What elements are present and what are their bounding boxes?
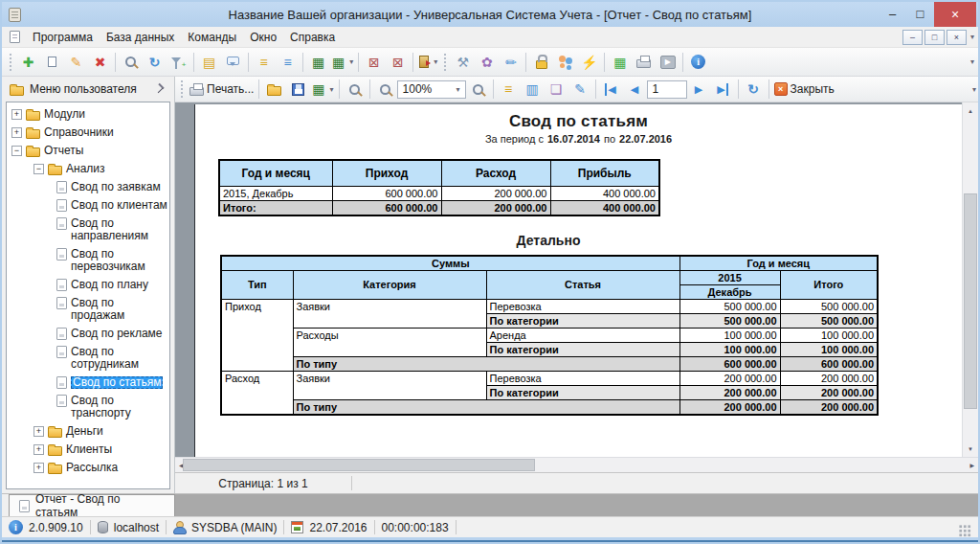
mdi-restore-button[interactable]: □ — [924, 30, 945, 45]
export-options-button[interactable]: ▦▾ — [330, 51, 355, 74]
toolbar-grip[interactable] — [180, 79, 185, 99]
edit-page-button[interactable]: ✎ — [568, 78, 592, 101]
document-icon — [56, 328, 67, 340]
tree-item-svod-po-sotrudnikam[interactable]: Свод по сотрудникам — [7, 343, 169, 374]
first-page-button[interactable]: ◀ — [599, 78, 623, 101]
edit-button[interactable]: ✎ — [64, 51, 88, 74]
prev-page-button[interactable]: ◀ — [623, 78, 647, 101]
horizontal-scrollbar[interactable]: ◀ ▶ — [175, 457, 978, 472]
help-button[interactable]: i — [686, 51, 710, 74]
menu-database[interactable]: База данных — [100, 29, 181, 46]
next-page-button[interactable]: ▶ — [687, 78, 711, 101]
mdi-minimize-button[interactable]: – — [902, 30, 923, 45]
tree-item-svod-po-perevozchikam[interactable]: Свод по перевозчикам — [7, 245, 169, 276]
refresh-report-button[interactable]: ↻ — [742, 78, 766, 101]
toolbar-grip[interactable] — [443, 53, 448, 72]
scroll-right-icon[interactable]: ▶ — [969, 462, 974, 468]
field-chooser-button[interactable]: ▤ — [197, 51, 221, 74]
tree-item-svod-po-prodazham[interactable]: Свод по продажам — [7, 294, 169, 325]
exit-button[interactable]: ▾ — [416, 51, 440, 74]
horizontal-scroll-thumb[interactable] — [183, 459, 535, 471]
tree-item-svod-po-klientam[interactable]: Свод по клиентам — [7, 196, 169, 215]
filter-button[interactable]: + — [167, 51, 190, 74]
tree-item-otchety[interactable]: −Отчеты — [7, 142, 169, 160]
tree-item-klienty[interactable]: +Клиенты — [7, 441, 169, 459]
report-structure-button[interactable]: ≡ — [497, 78, 521, 101]
tree-item-analiz[interactable]: −Анализ — [7, 160, 169, 178]
scroll-up-icon[interactable]: ▲ — [963, 103, 978, 118]
pin-icon[interactable] — [156, 83, 167, 96]
security-button[interactable] — [529, 51, 553, 74]
tree-item-svod-po-napravleniyam[interactable]: Свод по направлениям — [7, 215, 169, 245]
delete-button[interactable]: ✖ — [88, 51, 112, 74]
expander-icon[interactable]: − — [11, 146, 22, 156]
vertical-scrollbar[interactable]: ▲ ▼ — [962, 102, 978, 457]
tree-item-svod-po-reklame[interactable]: Свод по рекламе — [7, 325, 169, 343]
expander-icon[interactable]: + — [11, 109, 22, 120]
preview-button[interactable] — [343, 78, 367, 101]
collapse-groups-button[interactable]: ≡ — [276, 51, 300, 74]
zoom-value: 100% — [403, 82, 433, 96]
report-thumbnails-button[interactable]: ❏ — [545, 78, 568, 101]
mdi-close-button[interactable]: × — [947, 30, 967, 45]
menubar-overflow-icon[interactable]: ▾ — [970, 33, 974, 41]
tree-item-dengi[interactable]: +Деньги — [7, 422, 169, 441]
video-button[interactable]: ▶ — [656, 51, 679, 74]
menu-help[interactable]: Справка — [283, 29, 342, 46]
design-button[interactable]: ✿ — [475, 51, 499, 74]
scroll-down-icon[interactable]: ▼ — [963, 442, 978, 456]
toolbar-overflow-icon[interactable]: ▾ — [972, 85, 976, 94]
notes-button[interactable]: ✏ — [499, 51, 523, 74]
expand-groups-button[interactable]: ≡ — [252, 51, 276, 74]
add-button[interactable]: ✚ — [16, 51, 40, 74]
export-report-button[interactable]: ▦▾ — [310, 78, 335, 101]
maximize-button[interactable]: □ — [906, 2, 934, 25]
copy-button[interactable] — [40, 51, 64, 74]
users-button[interactable] — [553, 51, 577, 74]
expander-icon[interactable]: + — [11, 127, 22, 138]
refresh-button[interactable]: ↻ — [143, 51, 167, 74]
connection-button[interactable]: ⚡ — [577, 51, 601, 74]
print-report-button[interactable]: Печать... — [188, 78, 256, 101]
report-layout-button[interactable]: ▥ — [521, 78, 545, 101]
zoom-out-button[interactable] — [466, 78, 490, 101]
menu-commands[interactable]: Команды — [181, 29, 243, 46]
close-button[interactable]: × — [934, 2, 976, 27]
expander-icon[interactable]: + — [33, 426, 44, 437]
close-window-button[interactable]: ⊠ — [362, 51, 386, 74]
tree-item-svod-po-zayavkam[interactable]: Свод по заявкам — [7, 178, 169, 196]
tab-report-svod-po-statyam[interactable]: Отчет - Свод по статьям — [9, 494, 175, 516]
expander-icon[interactable]: + — [33, 444, 44, 455]
zoom-in-button[interactable] — [373, 78, 397, 101]
tree-item-moduli[interactable]: +Модули — [7, 105, 169, 124]
expander-icon[interactable]: − — [33, 164, 44, 174]
toolbar-grip[interactable] — [9, 53, 13, 72]
vertical-scroll-thumb[interactable] — [964, 193, 977, 409]
collapse-groups-icon: ≡ — [283, 56, 291, 69]
print-button[interactable] — [632, 51, 656, 74]
zoom-level-input[interactable]: 100%▾ — [397, 80, 466, 99]
tree-item-rassylka[interactable]: +Рассылка — [7, 459, 169, 477]
tree-item-svod-po-transportu[interactable]: Свод по транспорту — [7, 392, 169, 422]
open-report-button[interactable] — [262, 78, 286, 101]
resize-grip[interactable] — [959, 525, 971, 537]
tree-item-svod-po-statyam-selected[interactable]: Свод по статьям — [7, 374, 169, 392]
minimize-button[interactable]: – — [879, 2, 906, 25]
page-number-input[interactable]: 1 — [647, 80, 687, 99]
menu-window[interactable]: Окно — [243, 29, 283, 46]
tree-item-spravochniki[interactable]: +Справочники — [7, 124, 169, 142]
toolbar-overflow-icon[interactable]: ▾ — [970, 57, 974, 66]
last-page-button[interactable]: ▶ — [711, 78, 735, 101]
close-report-button[interactable]: ×Закрыть — [772, 78, 836, 101]
save-report-button[interactable] — [286, 78, 310, 101]
expander-icon[interactable]: + — [33, 463, 44, 473]
menu-program[interactable]: Программа — [26, 29, 100, 46]
database-icon — [98, 521, 108, 533]
close-all-windows-button[interactable]: ⊠ — [386, 51, 410, 74]
comments-button[interactable] — [221, 51, 245, 74]
tree-item-svod-po-planu[interactable]: Свод по плану — [7, 276, 169, 294]
search-button[interactable] — [119, 51, 143, 74]
tools-button[interactable]: ⚒ — [451, 51, 475, 74]
export-excel-button[interactable]: ▦ — [306, 51, 330, 74]
calendar-button[interactable]: ▦ — [608, 51, 632, 74]
